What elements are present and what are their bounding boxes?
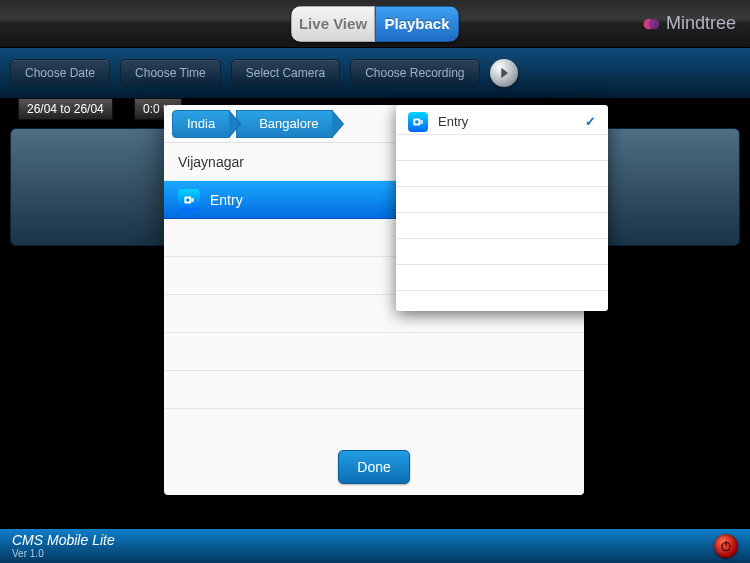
svg-point-11 bbox=[415, 120, 419, 124]
svg-point-9 bbox=[186, 198, 190, 202]
list-item bbox=[164, 333, 584, 371]
footer-info: CMS Mobile Lite Ver 1.0 bbox=[12, 533, 115, 559]
footer: CMS Mobile Lite Ver 1.0 bbox=[0, 529, 750, 563]
wizard-steps: Choose Date Choose Time Select Camera Ch… bbox=[0, 48, 750, 98]
camera-icon bbox=[408, 112, 428, 132]
chevron-right-icon bbox=[496, 65, 512, 81]
list-item bbox=[396, 239, 608, 265]
step-choose-time[interactable]: Choose Time bbox=[120, 59, 221, 87]
app-name: CMS Mobile Lite bbox=[12, 533, 115, 548]
brand-logo-icon bbox=[642, 15, 660, 33]
camera-icon bbox=[178, 189, 200, 211]
check-icon: ✓ bbox=[585, 114, 596, 129]
selected-cameras-panel: Entry ✓ bbox=[396, 105, 608, 311]
brand-label: Mindtree bbox=[666, 13, 736, 34]
power-button[interactable] bbox=[714, 534, 738, 558]
list-item bbox=[396, 265, 608, 291]
svg-point-1 bbox=[649, 18, 660, 29]
selected-camera-label: Entry bbox=[438, 114, 468, 129]
list-item bbox=[396, 213, 608, 239]
brand: Mindtree bbox=[642, 0, 736, 47]
forward-button[interactable] bbox=[490, 59, 518, 87]
date-range-value: 26/04 to 26/04 bbox=[18, 98, 113, 120]
breadcrumb-bangalore[interactable]: Bangalore bbox=[236, 110, 333, 138]
list-item bbox=[164, 371, 584, 409]
step-choose-recording[interactable]: Choose Recording bbox=[350, 59, 479, 87]
app-version: Ver 1.0 bbox=[12, 548, 115, 559]
playback-tab[interactable]: Playback bbox=[375, 6, 459, 42]
list-item bbox=[396, 187, 608, 213]
list-item bbox=[396, 135, 608, 161]
list-item-label: Entry bbox=[210, 192, 243, 208]
camera-picker-footer: Done bbox=[164, 439, 584, 495]
done-button[interactable]: Done bbox=[338, 450, 409, 484]
view-mode-segment: Live View Playback bbox=[291, 6, 459, 42]
list-item-label: Vijaynagar bbox=[178, 154, 244, 170]
topbar: Live View Playback Mindtree bbox=[0, 0, 750, 48]
selected-camera-row[interactable]: Entry ✓ bbox=[396, 109, 608, 135]
list-item bbox=[396, 161, 608, 187]
live-view-tab[interactable]: Live View bbox=[291, 6, 375, 42]
step-select-camera[interactable]: Select Camera bbox=[231, 59, 340, 87]
breadcrumb-india[interactable]: India bbox=[172, 110, 230, 138]
step-choose-date[interactable]: Choose Date bbox=[10, 59, 110, 87]
power-icon bbox=[719, 539, 733, 553]
